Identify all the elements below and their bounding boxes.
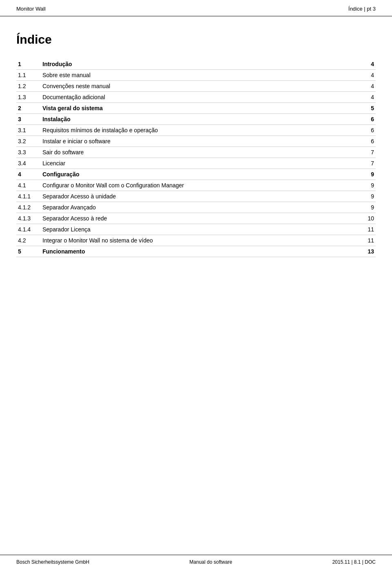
toc-row: 1.2Convenções neste manual4 xyxy=(16,81,376,92)
toc-num: 3.4 xyxy=(16,158,41,169)
toc-title: Requisitos mínimos de instalação e opera… xyxy=(41,125,359,136)
toc-page: 6 xyxy=(359,136,376,147)
toc-num: 3.1 xyxy=(16,125,41,136)
toc-row: 2Vista geral do sistema5 xyxy=(16,103,376,114)
header-right: Índice | pt 3 xyxy=(348,6,376,12)
toc-page: 9 xyxy=(359,202,376,213)
toc-title: Instalar e iniciar o software xyxy=(41,136,359,147)
toc-page: 9 xyxy=(359,191,376,202)
toc-page: 9 xyxy=(359,169,376,180)
toc-row: 3.3Sair do software7 xyxy=(16,147,376,158)
toc-title: Integrar o Monitor Wall no sistema de ví… xyxy=(41,235,359,246)
toc-title: Configurar o Monitor Wall com o Configur… xyxy=(41,180,359,191)
toc-num: 5 xyxy=(16,246,41,257)
toc-row: 4.1.2Separador Avançado9 xyxy=(16,202,376,213)
page-header: Monitor Wall Índice | pt 3 xyxy=(0,0,392,16)
toc-row: 3.4Licenciar7 xyxy=(16,158,376,169)
toc-page: 11 xyxy=(359,224,376,235)
toc-row: 4Configuração9 xyxy=(16,169,376,180)
toc-title: Separador Acesso à rede xyxy=(41,213,359,224)
toc-num: 1.1 xyxy=(16,70,41,81)
toc-row: 4.1.3Separador Acesso à rede10 xyxy=(16,213,376,224)
toc-title: Configuração xyxy=(41,169,359,180)
toc-row: 4.1.4Separador Licença11 xyxy=(16,224,376,235)
toc-row: 4.2Integrar o Monitor Wall no sistema de… xyxy=(16,235,376,246)
toc-page: 4 xyxy=(359,92,376,103)
toc-row: 1.1Sobre este manual4 xyxy=(16,70,376,81)
footer-left: Bosch Sicherheitssysteme GmbH xyxy=(16,559,89,565)
toc-page: 7 xyxy=(359,158,376,169)
footer-right: 2015.11 | 8.1 | DOC xyxy=(332,559,376,565)
toc-page: 13 xyxy=(359,246,376,257)
toc-num: 2 xyxy=(16,103,41,114)
toc-num: 4.1.3 xyxy=(16,213,41,224)
toc-num: 1.2 xyxy=(16,81,41,92)
toc-page: 6 xyxy=(359,125,376,136)
toc-num: 1.3 xyxy=(16,92,41,103)
toc-title: Separador Avançado xyxy=(41,202,359,213)
toc-num: 3.2 xyxy=(16,136,41,147)
toc-row: 3Instalação6 xyxy=(16,114,376,125)
toc-num: 3.3 xyxy=(16,147,41,158)
toc-page: 7 xyxy=(359,147,376,158)
toc-title: Separador Licença xyxy=(41,224,359,235)
toc-page: 4 xyxy=(359,81,376,92)
toc-page: 11 xyxy=(359,235,376,246)
toc-title: Instalação xyxy=(41,114,359,125)
toc-num: 1 xyxy=(16,59,41,70)
toc-title: Sobre este manual xyxy=(41,70,359,81)
toc-row: 4.1Configurar o Monitor Wall com o Confi… xyxy=(16,180,376,191)
footer-center: Manual do software xyxy=(189,559,232,565)
toc-title: Licenciar xyxy=(41,158,359,169)
page-title: Índice xyxy=(16,33,376,47)
page-footer: Bosch Sicherheitssysteme GmbH Manual do … xyxy=(0,555,392,569)
toc-title: Funcionamento xyxy=(41,246,359,257)
toc-num: 4.1 xyxy=(16,180,41,191)
toc-row: 3.1Requisitos mínimos de instalação e op… xyxy=(16,125,376,136)
toc-page: 9 xyxy=(359,180,376,191)
toc-title: Separador Acesso à unidade xyxy=(41,191,359,202)
toc-title: Introdução xyxy=(41,59,359,70)
toc-page: 4 xyxy=(359,70,376,81)
toc-table: 1Introdução41.1Sobre este manual41.2Conv… xyxy=(16,59,376,257)
toc-page: 10 xyxy=(359,213,376,224)
main-content: Índice 1Introdução41.1Sobre este manual4… xyxy=(0,16,392,273)
toc-page: 6 xyxy=(359,114,376,125)
toc-page: 4 xyxy=(359,59,376,70)
toc-row: 5Funcionamento13 xyxy=(16,246,376,257)
toc-num: 3 xyxy=(16,114,41,125)
header-left: Monitor Wall xyxy=(16,6,46,12)
toc-num: 4 xyxy=(16,169,41,180)
toc-num: 4.1.4 xyxy=(16,224,41,235)
toc-num: 4.1.2 xyxy=(16,202,41,213)
toc-row: 4.1.1Separador Acesso à unidade9 xyxy=(16,191,376,202)
page-container: Monitor Wall Índice | pt 3 Índice 1Intro… xyxy=(0,0,392,569)
toc-title: Documentação adicional xyxy=(41,92,359,103)
toc-title: Vista geral do sistema xyxy=(41,103,359,114)
toc-title: Convenções neste manual xyxy=(41,81,359,92)
toc-row: 1.3Documentação adicional4 xyxy=(16,92,376,103)
toc-num: 4.2 xyxy=(16,235,41,246)
toc-title: Sair do software xyxy=(41,147,359,158)
toc-row: 3.2Instalar e iniciar o software6 xyxy=(16,136,376,147)
toc-page: 5 xyxy=(359,103,376,114)
toc-row: 1Introdução4 xyxy=(16,59,376,70)
toc-num: 4.1.1 xyxy=(16,191,41,202)
